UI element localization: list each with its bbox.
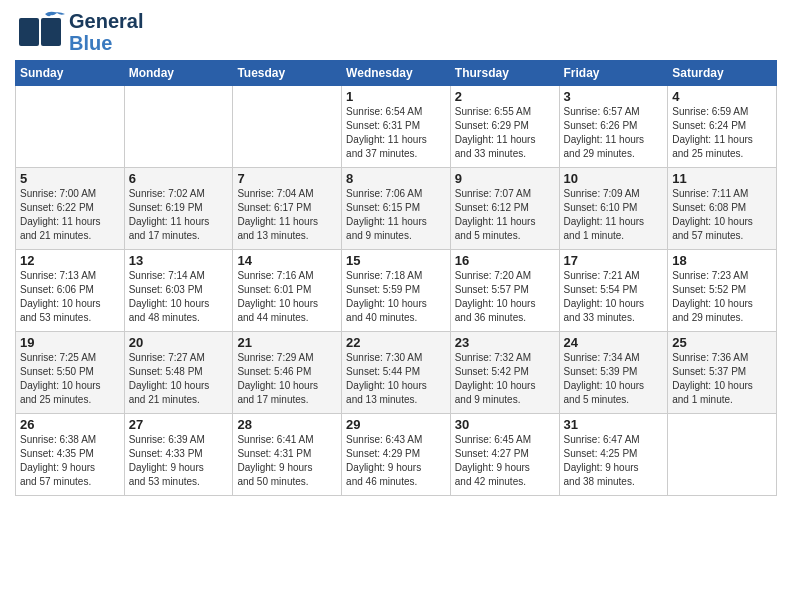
day-number: 13 xyxy=(129,253,229,268)
calendar-cell: 4Sunrise: 6:59 AM Sunset: 6:24 PM Daylig… xyxy=(668,86,777,168)
day-number: 17 xyxy=(564,253,664,268)
day-info: Sunrise: 7:21 AM Sunset: 5:54 PM Dayligh… xyxy=(564,269,664,325)
day-number: 15 xyxy=(346,253,446,268)
calendar-cell: 13Sunrise: 7:14 AM Sunset: 6:03 PM Dayli… xyxy=(124,250,233,332)
calendar-week-row: 1Sunrise: 6:54 AM Sunset: 6:31 PM Daylig… xyxy=(16,86,777,168)
day-info: Sunrise: 6:47 AM Sunset: 4:25 PM Dayligh… xyxy=(564,433,664,489)
day-info: Sunrise: 7:02 AM Sunset: 6:19 PM Dayligh… xyxy=(129,187,229,243)
day-number: 25 xyxy=(672,335,772,350)
day-info: Sunrise: 6:39 AM Sunset: 4:33 PM Dayligh… xyxy=(129,433,229,489)
day-number: 9 xyxy=(455,171,555,186)
calendar-cell: 16Sunrise: 7:20 AM Sunset: 5:57 PM Dayli… xyxy=(450,250,559,332)
day-number: 18 xyxy=(672,253,772,268)
calendar-cell: 31Sunrise: 6:47 AM Sunset: 4:25 PM Dayli… xyxy=(559,414,668,496)
calendar-table: Sunday Monday Tuesday Wednesday Thursday… xyxy=(15,60,777,496)
calendar-cell: 24Sunrise: 7:34 AM Sunset: 5:39 PM Dayli… xyxy=(559,332,668,414)
calendar-cell: 3Sunrise: 6:57 AM Sunset: 6:26 PM Daylig… xyxy=(559,86,668,168)
calendar-cell: 29Sunrise: 6:43 AM Sunset: 4:29 PM Dayli… xyxy=(342,414,451,496)
day-info: Sunrise: 7:29 AM Sunset: 5:46 PM Dayligh… xyxy=(237,351,337,407)
day-info: Sunrise: 6:38 AM Sunset: 4:35 PM Dayligh… xyxy=(20,433,120,489)
logo-general: General xyxy=(69,10,143,32)
day-number: 8 xyxy=(346,171,446,186)
calendar-cell: 30Sunrise: 6:45 AM Sunset: 4:27 PM Dayli… xyxy=(450,414,559,496)
header-thursday: Thursday xyxy=(450,61,559,86)
day-number: 11 xyxy=(672,171,772,186)
day-number: 1 xyxy=(346,89,446,104)
logo: General Blue xyxy=(15,10,143,54)
day-info: Sunrise: 7:04 AM Sunset: 6:17 PM Dayligh… xyxy=(237,187,337,243)
calendar-cell: 6Sunrise: 7:02 AM Sunset: 6:19 PM Daylig… xyxy=(124,168,233,250)
logo-icon xyxy=(15,10,67,54)
calendar-cell: 28Sunrise: 6:41 AM Sunset: 4:31 PM Dayli… xyxy=(233,414,342,496)
day-number: 3 xyxy=(564,89,664,104)
day-info: Sunrise: 6:54 AM Sunset: 6:31 PM Dayligh… xyxy=(346,105,446,161)
day-info: Sunrise: 7:32 AM Sunset: 5:42 PM Dayligh… xyxy=(455,351,555,407)
day-number: 27 xyxy=(129,417,229,432)
day-number: 4 xyxy=(672,89,772,104)
calendar-cell: 23Sunrise: 7:32 AM Sunset: 5:42 PM Dayli… xyxy=(450,332,559,414)
calendar-cell: 14Sunrise: 7:16 AM Sunset: 6:01 PM Dayli… xyxy=(233,250,342,332)
day-number: 31 xyxy=(564,417,664,432)
calendar-week-row: 19Sunrise: 7:25 AM Sunset: 5:50 PM Dayli… xyxy=(16,332,777,414)
calendar-cell xyxy=(233,86,342,168)
day-number: 23 xyxy=(455,335,555,350)
day-number: 29 xyxy=(346,417,446,432)
page: General Blue Sunday Monday Tuesday Wedne… xyxy=(0,0,792,612)
day-number: 7 xyxy=(237,171,337,186)
calendar-cell: 8Sunrise: 7:06 AM Sunset: 6:15 PM Daylig… xyxy=(342,168,451,250)
day-info: Sunrise: 7:11 AM Sunset: 6:08 PM Dayligh… xyxy=(672,187,772,243)
day-info: Sunrise: 6:57 AM Sunset: 6:26 PM Dayligh… xyxy=(564,105,664,161)
day-info: Sunrise: 7:07 AM Sunset: 6:12 PM Dayligh… xyxy=(455,187,555,243)
day-info: Sunrise: 6:43 AM Sunset: 4:29 PM Dayligh… xyxy=(346,433,446,489)
day-number: 16 xyxy=(455,253,555,268)
calendar-cell: 11Sunrise: 7:11 AM Sunset: 6:08 PM Dayli… xyxy=(668,168,777,250)
day-number: 10 xyxy=(564,171,664,186)
header-friday: Friday xyxy=(559,61,668,86)
calendar-cell: 21Sunrise: 7:29 AM Sunset: 5:46 PM Dayli… xyxy=(233,332,342,414)
day-number: 12 xyxy=(20,253,120,268)
day-info: Sunrise: 7:16 AM Sunset: 6:01 PM Dayligh… xyxy=(237,269,337,325)
calendar-cell: 1Sunrise: 6:54 AM Sunset: 6:31 PM Daylig… xyxy=(342,86,451,168)
calendar-cell: 5Sunrise: 7:00 AM Sunset: 6:22 PM Daylig… xyxy=(16,168,125,250)
day-number: 24 xyxy=(564,335,664,350)
calendar-week-row: 12Sunrise: 7:13 AM Sunset: 6:06 PM Dayli… xyxy=(16,250,777,332)
calendar-cell: 17Sunrise: 7:21 AM Sunset: 5:54 PM Dayli… xyxy=(559,250,668,332)
calendar-cell: 25Sunrise: 7:36 AM Sunset: 5:37 PM Dayli… xyxy=(668,332,777,414)
calendar-week-row: 5Sunrise: 7:00 AM Sunset: 6:22 PM Daylig… xyxy=(16,168,777,250)
day-number: 22 xyxy=(346,335,446,350)
day-info: Sunrise: 7:06 AM Sunset: 6:15 PM Dayligh… xyxy=(346,187,446,243)
day-info: Sunrise: 7:00 AM Sunset: 6:22 PM Dayligh… xyxy=(20,187,120,243)
calendar-cell xyxy=(668,414,777,496)
day-number: 28 xyxy=(237,417,337,432)
calendar-cell: 19Sunrise: 7:25 AM Sunset: 5:50 PM Dayli… xyxy=(16,332,125,414)
day-number: 14 xyxy=(237,253,337,268)
day-info: Sunrise: 6:59 AM Sunset: 6:24 PM Dayligh… xyxy=(672,105,772,161)
day-number: 6 xyxy=(129,171,229,186)
day-info: Sunrise: 7:36 AM Sunset: 5:37 PM Dayligh… xyxy=(672,351,772,407)
day-number: 5 xyxy=(20,171,120,186)
calendar-header-row: Sunday Monday Tuesday Wednesday Thursday… xyxy=(16,61,777,86)
day-info: Sunrise: 7:27 AM Sunset: 5:48 PM Dayligh… xyxy=(129,351,229,407)
day-number: 26 xyxy=(20,417,120,432)
svg-rect-1 xyxy=(41,18,61,46)
day-info: Sunrise: 6:55 AM Sunset: 6:29 PM Dayligh… xyxy=(455,105,555,161)
day-info: Sunrise: 7:20 AM Sunset: 5:57 PM Dayligh… xyxy=(455,269,555,325)
header-monday: Monday xyxy=(124,61,233,86)
calendar-cell: 7Sunrise: 7:04 AM Sunset: 6:17 PM Daylig… xyxy=(233,168,342,250)
calendar-week-row: 26Sunrise: 6:38 AM Sunset: 4:35 PM Dayli… xyxy=(16,414,777,496)
day-info: Sunrise: 6:41 AM Sunset: 4:31 PM Dayligh… xyxy=(237,433,337,489)
calendar-cell xyxy=(16,86,125,168)
day-info: Sunrise: 7:30 AM Sunset: 5:44 PM Dayligh… xyxy=(346,351,446,407)
day-number: 19 xyxy=(20,335,120,350)
day-info: Sunrise: 7:09 AM Sunset: 6:10 PM Dayligh… xyxy=(564,187,664,243)
day-info: Sunrise: 7:18 AM Sunset: 5:59 PM Dayligh… xyxy=(346,269,446,325)
day-number: 2 xyxy=(455,89,555,104)
calendar-cell: 20Sunrise: 7:27 AM Sunset: 5:48 PM Dayli… xyxy=(124,332,233,414)
calendar-cell: 22Sunrise: 7:30 AM Sunset: 5:44 PM Dayli… xyxy=(342,332,451,414)
day-number: 30 xyxy=(455,417,555,432)
header: General Blue xyxy=(15,10,777,54)
day-info: Sunrise: 6:45 AM Sunset: 4:27 PM Dayligh… xyxy=(455,433,555,489)
header-saturday: Saturday xyxy=(668,61,777,86)
calendar-cell: 9Sunrise: 7:07 AM Sunset: 6:12 PM Daylig… xyxy=(450,168,559,250)
logo-blue: Blue xyxy=(69,32,143,54)
